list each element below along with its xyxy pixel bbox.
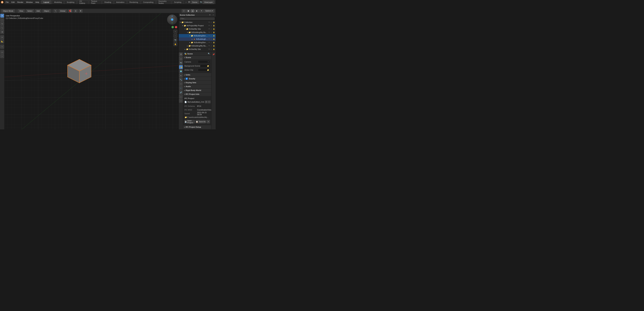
- tab-texture-paint[interactable]: Texture Paint: [89, 0, 102, 4]
- tab-modeling[interactable]: Modeling: [52, 0, 64, 4]
- props-tab-scene[interactable]: 🎭: [179, 65, 183, 69]
- props-tab-world[interactable]: 🌍: [179, 70, 183, 73]
- tree-item-3[interactable]: ▾ 📁 IfcBuilding/My Building 👁 ↙ 🔒: [179, 31, 216, 34]
- tool-select-box[interactable]: ▭: [0, 50, 4, 54]
- outliner-search-input[interactable]: [180, 17, 214, 20]
- tab-scripting[interactable]: Scripting: [172, 0, 184, 4]
- props-tab-render[interactable]: 🎬: [179, 52, 183, 56]
- tree-op-hide-2[interactable]: 🔒: [212, 28, 215, 30]
- tree-op-vis-9[interactable]: 👁: [208, 52, 210, 52]
- tree-op-vis-7[interactable]: 👁: [208, 45, 210, 47]
- camera-view-btn[interactable]: 📷: [174, 38, 177, 42]
- tool-measure[interactable]: 📐: [0, 40, 4, 43]
- viewport-nav[interactable]: Z Y + − 📷 ✋: [167, 14, 177, 46]
- tree-op-hide-6[interactable]: 🔒: [212, 41, 215, 44]
- tree-op-sel-9[interactable]: ↙: [210, 52, 212, 52]
- proportional-edit[interactable]: ◎: [74, 9, 78, 13]
- shading-material[interactable]: ◐: [195, 9, 199, 13]
- tool-add[interactable]: +: [0, 45, 4, 48]
- active-clip-value[interactable]: 📁: [198, 68, 210, 72]
- props-tab-output[interactable]: 🖨: [179, 57, 183, 60]
- tree-op-sel-3[interactable]: ↙: [210, 31, 212, 34]
- bg-scene-icon[interactable]: 📁: [207, 65, 209, 67]
- props-tab-particles[interactable]: ✦: [179, 82, 183, 86]
- tree-item-6[interactable]: ▸ 📁 IfcBuildingStorey/My Storey 👁 ↙ 🔒: [179, 41, 216, 44]
- outliner-add-icon[interactable]: +: [212, 14, 214, 16]
- object-menu[interactable]: Object: [42, 9, 51, 13]
- xray-btn[interactable]: ▣: [186, 9, 190, 13]
- tool-rotate[interactable]: ↻: [0, 22, 4, 26]
- options-btn[interactable]: Options ▾: [204, 9, 214, 13]
- tree-item-collection[interactable]: ▾ 📁 Collection 👁 ↙ 🔒: [179, 20, 216, 24]
- props-tab-viewlayer[interactable]: 📷: [179, 61, 183, 65]
- menu-edit[interactable]: Edit: [10, 0, 16, 4]
- 3d-viewport[interactable]: User Perspective (1) Collection | IfcBui…: [4, 13, 178, 130]
- menu-window[interactable]: Window: [25, 0, 34, 4]
- gravity-checkbox[interactable]: [186, 78, 188, 80]
- ifc-info-header[interactable]: ▾ IFC Project Info: [183, 92, 211, 96]
- nav-gizmo[interactable]: Z Y: [167, 14, 177, 24]
- tree-item-8[interactable]: ▸ 📁 IfcSite/My Site 👁 ↙ 🔒: [179, 48, 216, 51]
- units-section-header[interactable]: ▸ Units: [183, 73, 211, 77]
- tab-geometry-nodes[interactable]: Geometry Nodes: [156, 0, 171, 4]
- scene-section-header[interactable]: ▾ Scene: [183, 56, 211, 59]
- keying-sets-header[interactable]: ▸ Keying Sets: [183, 81, 211, 84]
- transform-mode-btn[interactable]: ⤡: [54, 9, 58, 13]
- props-tab-object[interactable]: ■: [179, 74, 183, 77]
- viewlayer-selector[interactable]: ViewLayer: [203, 0, 214, 4]
- ifc-collab-header[interactable]: ▸ IFC Collaboration: [183, 129, 211, 130]
- zoom-out-btn[interactable]: −: [174, 34, 177, 38]
- tree-op-sel-8[interactable]: ↙: [210, 48, 212, 50]
- tab-layout[interactable]: Layout: [42, 0, 52, 4]
- tree-op-hide-7[interactable]: 🔒: [212, 45, 215, 47]
- tree-op-hide-8[interactable]: 🔒: [212, 48, 215, 50]
- tree-op-vis-2[interactable]: 👁: [208, 28, 210, 30]
- scene-selector[interactable]: Scene: [191, 0, 199, 4]
- select-menu[interactable]: Select: [26, 9, 34, 13]
- bg-scene-value[interactable]: 📁: [200, 64, 210, 68]
- tree-op-vis-1[interactable]: 👁: [208, 24, 210, 27]
- shading-rendered[interactable]: ☀: [200, 9, 204, 13]
- tree-item-7[interactable]: ▸ 📁 IfcBuilding/My Building 👁 ↙ 🔒: [179, 44, 216, 48]
- ifc-close-btn[interactable]: ✕: [206, 120, 210, 123]
- audio-header[interactable]: ▸ Audio: [183, 84, 211, 88]
- view-menu[interactable]: View: [18, 9, 25, 13]
- zoom-in-btn[interactable]: +: [174, 30, 177, 33]
- props-tab-physics[interactable]: ⚛: [179, 86, 183, 90]
- transform-space[interactable]: Global: [58, 9, 67, 13]
- tab-shading[interactable]: Shading: [102, 0, 113, 4]
- show-gizmo[interactable]: ⊕: [79, 9, 82, 13]
- tool-move[interactable]: ↔: [0, 18, 4, 22]
- tree-op-vis-5[interactable]: 👁: [208, 38, 210, 40]
- menu-render[interactable]: Render: [16, 0, 25, 4]
- tab-uv-editing[interactable]: UV Editing: [77, 0, 88, 4]
- tree-item-views[interactable]: ▸ 🎥 Views 👁 ↙ 🔒: [179, 51, 216, 52]
- tree-op-hide-9[interactable]: 🔒: [212, 52, 215, 52]
- snapping-btn[interactable]: 🧲: [68, 9, 72, 13]
- tree-op-hide-3[interactable]: 🔒: [212, 31, 215, 34]
- rigid-body-header[interactable]: ▸ Rigid Body World: [183, 88, 211, 92]
- tree-op-hide-5[interactable]: 🔒: [212, 38, 215, 40]
- tree-op-vis-3[interactable]: 👁: [208, 31, 210, 34]
- mode-selector[interactable]: Object Mode: [1, 9, 15, 13]
- tool-transform[interactable]: ⊞: [0, 30, 4, 34]
- overlay-btn[interactable]: ⬡: [182, 9, 186, 13]
- menu-help[interactable]: Help: [34, 0, 40, 4]
- tree-op-vis-8[interactable]: 👁: [208, 48, 210, 50]
- tab-compositing[interactable]: Compositing: [141, 0, 156, 4]
- tree-op-sel-1[interactable]: ↙: [210, 24, 212, 27]
- add-menu[interactable]: Add: [35, 9, 42, 13]
- tree-item-2[interactable]: ▾ 📁 IfcSite/My Site 👁 ↙ 🔒: [179, 27, 216, 31]
- save-as-btn[interactable]: 📋 Save As: [196, 120, 206, 123]
- outliner-filter-icon[interactable]: ▼: [208, 14, 211, 16]
- active-clip-icon[interactable]: 📁: [207, 69, 209, 71]
- tool-scale[interactable]: ⤡: [0, 26, 4, 30]
- ifc-setup-header[interactable]: ▸ IFC Project Setup: [183, 125, 211, 129]
- tree-op-sel-5[interactable]: ↙: [210, 38, 212, 40]
- props-search-icon[interactable]: 🔍: [208, 52, 210, 55]
- ifc-file-edit-btn[interactable]: ✏: [208, 100, 210, 103]
- shading-solid[interactable]: ●: [191, 9, 194, 13]
- tree-op-vis-0[interactable]: 👁: [208, 21, 210, 24]
- tree-op-hide-4[interactable]: 🔒: [212, 34, 215, 37]
- tree-op-vis-6[interactable]: 👁: [208, 41, 210, 44]
